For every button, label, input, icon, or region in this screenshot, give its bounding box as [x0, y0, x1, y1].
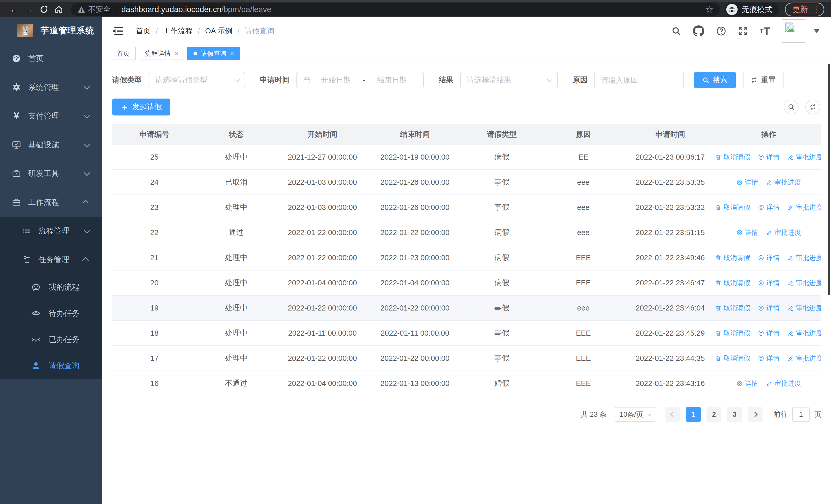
detail-action-link[interactable]: 详情	[758, 304, 780, 313]
result-select[interactable]: 请选择流结果	[460, 72, 558, 88]
github-link[interactable]	[693, 25, 704, 37]
progress-action-link[interactable]: 审批进度	[766, 228, 801, 237]
sidebar-item-label: 待办任务	[49, 308, 80, 319]
avatar-dropdown-caret[interactable]	[813, 29, 820, 33]
sidebar-item-dev-tools[interactable]: 研发工具	[0, 159, 102, 188]
sidebar-item-payment-mgmt[interactable]: ¥支付管理	[0, 101, 102, 130]
bookmark-star-icon[interactable]: ☆	[705, 4, 713, 15]
cancel-action-link[interactable]: 取消请假	[716, 329, 750, 338]
sidebar-item-done-tasks[interactable]: 已办任务	[0, 326, 102, 353]
browser-forward-button[interactable]: →	[22, 3, 36, 16]
start-date-input[interactable]: 开始日期	[311, 75, 361, 85]
tag-view-bar: 首页流程详情×请假查询×	[102, 45, 831, 62]
browser-update-button[interactable]: 更新 ⋮	[785, 3, 824, 17]
cell-end: 2022-01-13 00:00:00	[369, 379, 461, 388]
app-logo[interactable]: 🐰 芋道管理系统	[0, 17, 102, 44]
cancel-action-link[interactable]: 取消请假	[716, 304, 750, 313]
browser-reload-button[interactable]	[36, 3, 51, 16]
sidebar-item-todo-tasks[interactable]: 待办任务	[0, 300, 102, 326]
browser-menu-icon[interactable]: ⋮	[812, 6, 820, 13]
detail-action-link[interactable]: 详情	[758, 354, 780, 363]
detail-action-link[interactable]: 详情	[736, 379, 758, 388]
tab-process-detail[interactable]: 流程详情×	[139, 47, 184, 60]
detail-action-link[interactable]: 详情	[758, 153, 780, 162]
cell-end: 2022-01-19 00:00:00	[369, 153, 461, 161]
progress-action-link[interactable]: 审批进度	[787, 304, 821, 313]
sidebar-collapse-button[interactable]	[112, 25, 124, 37]
next-page-button[interactable]	[748, 407, 763, 422]
close-tab-icon[interactable]: ×	[174, 50, 178, 57]
cell-type: 事假	[461, 202, 543, 212]
progress-action-link[interactable]: 审批进度	[766, 178, 801, 187]
tab-home[interactable]: 首页	[111, 47, 136, 60]
leave-type-select[interactable]: 请选择请假类型	[149, 72, 245, 88]
home-icon	[54, 5, 63, 14]
detail-action-link[interactable]: 详情	[736, 178, 758, 187]
prev-page-button[interactable]	[665, 407, 680, 422]
edit-icon	[766, 380, 772, 387]
browser-back-button[interactable]: ←	[7, 3, 22, 16]
sidebar-item-my-process[interactable]: 我的流程	[0, 274, 102, 300]
create-leave-button[interactable]: ＋ 发起请假	[112, 98, 170, 116]
fullscreen-button[interactable]	[738, 26, 748, 36]
cell-end: 2022-01-04 00:00:00	[369, 279, 461, 287]
sidebar-item-task-mgmt[interactable]: 任务管理	[0, 245, 102, 274]
detail-action-link[interactable]: 详情	[758, 278, 780, 288]
page-button-2[interactable]: 2	[707, 407, 721, 422]
column-header: 开始时间	[276, 129, 369, 140]
sidebar-item-workflow[interactable]: 工作流程	[0, 188, 102, 216]
cancel-action-link[interactable]: 取消请假	[716, 203, 750, 212]
help-button[interactable]	[716, 26, 726, 36]
sidebar-item-infrastructure[interactable]: 基础设施	[0, 130, 102, 159]
sidebar-item-home[interactable]: 首页	[0, 44, 102, 73]
view-icon	[758, 330, 764, 336]
progress-action-link[interactable]: 审批进度	[787, 153, 821, 162]
page-size-select[interactable]: 10条/页	[615, 407, 655, 422]
cancel-action-link[interactable]: 取消请假	[716, 253, 750, 262]
sidebar-item-system-mgmt[interactable]: 系统管理	[0, 73, 102, 101]
header-search-button[interactable]	[671, 26, 681, 36]
apply-time-range-picker[interactable]: 开始日期 - 结束日期	[296, 72, 424, 88]
breadcrumb-item[interactable]: 工作流程	[163, 26, 193, 36]
cancel-action-link[interactable]: 取消请假	[716, 278, 750, 288]
tab-leave-query[interactable]: 请假查询×	[188, 47, 240, 60]
font-size-button[interactable]: TT	[760, 25, 770, 37]
delete-icon	[716, 280, 721, 286]
url-bar[interactable]: 不安全 dashboard.yudao.iocoder.cn/bpm/oa/le…	[71, 3, 720, 16]
progress-action-link[interactable]: 审批进度	[766, 379, 801, 388]
page-button-3[interactable]: 3	[727, 407, 742, 422]
detail-action-link[interactable]: 详情	[758, 329, 780, 338]
goto-page-input[interactable]	[792, 407, 810, 422]
refresh-table-button[interactable]	[805, 99, 820, 114]
sidebar-item-process-mgmt[interactable]: 流程管理	[0, 216, 102, 245]
progress-action-link[interactable]: 审批进度	[787, 203, 821, 212]
reason-input[interactable]	[601, 76, 677, 84]
close-tab-icon[interactable]: ×	[230, 50, 234, 57]
refresh-icon	[751, 77, 757, 83]
detail-action-link[interactable]: 详情	[736, 228, 758, 237]
browser-home-button[interactable]	[51, 3, 66, 16]
progress-action-link[interactable]: 审批进度	[787, 354, 821, 363]
cell-start: 2022-01-22 00:00:00	[276, 354, 369, 363]
detail-action-link[interactable]: 详情	[758, 203, 780, 212]
page-button-1[interactable]: 1	[686, 407, 701, 422]
cell-apply_time: 2022-01-22 23:53:35	[624, 178, 716, 186]
progress-action-link[interactable]: 审批进度	[787, 329, 821, 338]
cancel-action-link[interactable]: 取消请假	[716, 354, 750, 363]
reset-button[interactable]: 重置	[743, 72, 783, 88]
user-avatar[interactable]	[782, 19, 805, 43]
toggle-search-button[interactable]	[784, 99, 799, 114]
progress-action-link[interactable]: 审批进度	[787, 253, 821, 262]
cell-type: 病假	[461, 152, 543, 162]
breadcrumb-separator: /	[198, 27, 200, 35]
breadcrumb-item[interactable]: 首页	[136, 26, 151, 36]
progress-action-link[interactable]: 审批进度	[787, 278, 821, 288]
action-label: 详情	[766, 153, 780, 162]
end-date-input[interactable]: 结束日期	[367, 75, 417, 85]
page-scrollbar[interactable]	[828, 64, 830, 295]
detail-action-link[interactable]: 详情	[758, 253, 780, 262]
sidebar-item-leave-query[interactable]: 请假查询	[0, 353, 102, 379]
breadcrumb-item[interactable]: OA 示例	[205, 26, 232, 36]
cancel-action-link[interactable]: 取消请假	[716, 153, 750, 162]
search-button[interactable]: 搜索	[694, 72, 736, 88]
